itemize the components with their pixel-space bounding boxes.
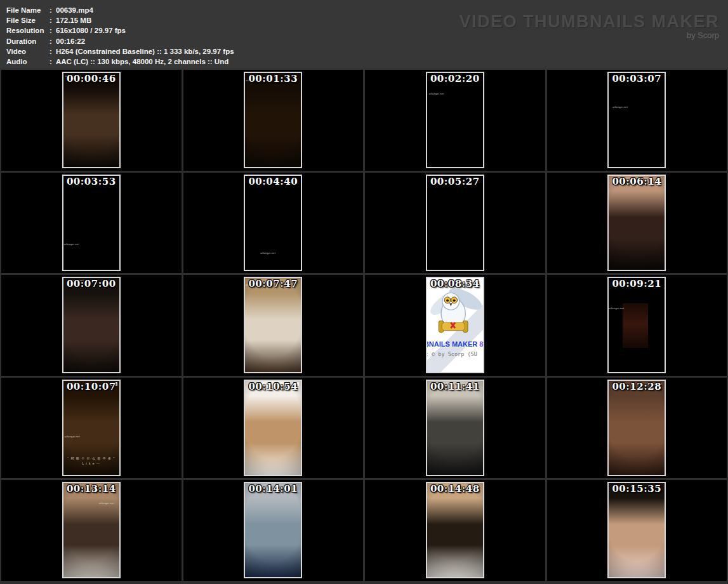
logo-copyright-text: ht © by Scorp (SU bbox=[426, 351, 477, 357]
thumbnail-cell[interactable]: MBNAILS MAKER 8 ht © by Scorp (SU 00:05:… bbox=[365, 173, 545, 274]
timestamp-label: 00:03:53 bbox=[1, 176, 182, 187]
metadata-label: Audio bbox=[6, 56, 50, 67]
timestamp-label: 00:06:14 bbox=[547, 176, 727, 187]
thumbnail-image: MBNAILS MAKER 8 ht © by Scorp (SU bbox=[426, 277, 484, 373]
thumbnail-cell[interactable]: MBNAILS MAKER 8 ht © by Scorp (SU 00:14:… bbox=[365, 480, 545, 581]
thumbnail-image: MBNAILS MAKER 8 ht © by Scorp (SU bbox=[244, 380, 302, 476]
timestamp-label: 00:11:41 bbox=[365, 381, 545, 392]
vtm-splash-logo: MBNAILS MAKER 8 ht © by Scorp (SU bbox=[427, 278, 483, 372]
metadata-label: Resolution bbox=[6, 25, 50, 36]
brand-title: VIDEO THUMBNAILS MAKER bbox=[460, 13, 720, 30]
metadata-label: File Name bbox=[6, 5, 50, 15]
timestamp-label: 00:02:20 bbox=[365, 73, 545, 84]
metadata-colon: : bbox=[50, 15, 56, 25]
thumbnail-image: aifangzi.net bbox=[607, 380, 666, 476]
metadata-value: AAC (LC) :: 130 kbps, 48000 Hz, 2 channe… bbox=[56, 56, 228, 67]
thumbnail-image: MBNAILS MAKER 8 ht © by Scorp (SU bbox=[607, 175, 666, 271]
watermark-text: aifangzi.net bbox=[260, 252, 275, 255]
thumbnail-cell[interactable]: aifangzi.net bbox=[547, 378, 727, 479]
thumbnail-image: MBNAILS MAKER 8 ht © by Scorp (SU bbox=[426, 175, 484, 271]
thumbnail-image: aifangzi.net bbox=[607, 277, 666, 373]
metadata-colon: : bbox=[50, 25, 56, 36]
metadata-row: Audio : AAC (LC) :: 130 kbps, 48000 Hz, … bbox=[6, 56, 722, 67]
timestamp-label: 00:04:40 bbox=[183, 176, 364, 187]
vtm-contact-sheet: File Name : 00639.mp4 File Size : 172.15… bbox=[0, 0, 728, 584]
thumbnail-cell[interactable]: aifangzi.net bbox=[1, 173, 182, 274]
thumbnail-cell[interactable]: aifangzi.net bbox=[365, 70, 545, 171]
timestamp-label: 00:08:34 bbox=[365, 278, 545, 289]
metadata-colon: : bbox=[50, 36, 56, 46]
thumbnail-cell[interactable]: aifangzi.net bbox=[1, 70, 182, 171]
metadata-header: File Name : 00639.mp4 File Size : 172.15… bbox=[0, 0, 728, 69]
thumbnail-cell[interactable]: MBNAILS MAKER 8 ht © by Scorp (SU 00:15:… bbox=[547, 480, 727, 581]
timestamp-label: 00:03:07 bbox=[547, 73, 727, 84]
metadata-colon: : bbox=[50, 56, 56, 67]
owl-with-scroll-icon bbox=[427, 284, 483, 339]
watermark-text: aifangzi.net bbox=[65, 435, 80, 438]
photo-patch bbox=[623, 303, 648, 348]
thumbnail-cell[interactable]: MBNAILS MAKER 8 ht © by Scorp (SU 00:06:… bbox=[547, 173, 727, 274]
thumbnail-cell[interactable]: aifangzi.net bbox=[1, 275, 182, 376]
thumbnail-cell[interactable]: aifangzi.net bbox=[547, 70, 727, 171]
metadata-label: Duration bbox=[6, 36, 50, 46]
metadata-row: Video : H264 (Constrained Baseline) :: 1… bbox=[6, 46, 722, 56]
watermark-text: aifangzi.net bbox=[99, 502, 114, 505]
watermark-text: aifangzi.net bbox=[64, 243, 79, 246]
metadata-value: 00639.mp4 bbox=[56, 5, 93, 15]
thumbnail-image: MBNAILS MAKER 8 ht © by Scorp (SU bbox=[426, 482, 484, 578]
timestamp-label: 00:12:28 bbox=[547, 381, 727, 392]
thumbnail-cell[interactable]: MBNAILS MAKER 8 ht © by Scorp (SU 00:11:… bbox=[365, 378, 545, 479]
thumbnail-image: aifangzi.net bbox=[607, 72, 666, 168]
thumbnail-image: aifangzi.net bbox=[62, 277, 121, 373]
metadata-label: Video bbox=[6, 46, 50, 56]
thumbnail-image: aifangzi.net bbox=[244, 175, 302, 271]
thumbnail-cell[interactable]: MBNAILS MAKER 8 ht © by Scorp (SU 00:08:… bbox=[365, 275, 545, 376]
timestamp-label: 00:09:21 bbox=[547, 278, 727, 289]
thumbnail-image: aifangzi.net bbox=[426, 72, 484, 168]
metadata-colon: : bbox=[50, 5, 56, 15]
metadata-value: 00:16:22 bbox=[56, 36, 85, 46]
timestamp-label: 00:14:48 bbox=[365, 483, 545, 494]
thumbnail-image: aifangzi.net bbox=[62, 175, 121, 271]
timestamp-label: 00:00:46 bbox=[1, 73, 182, 84]
metadata-value: 172.15 MB bbox=[56, 15, 91, 25]
timestamp-label: 00:07:00 bbox=[1, 278, 182, 289]
metadata-colon: : bbox=[50, 46, 56, 56]
thumbnail-image: aifangzi.net bbox=[244, 72, 302, 168]
thumbnail-cell[interactable]: aifangzi.net bbox=[183, 173, 364, 274]
thumbnail-cell[interactable]: aifangzi.net “ 和 那 个 什 么 差 不 多 ”L i k e … bbox=[1, 378, 182, 479]
metadata-label: File Size bbox=[6, 15, 50, 25]
caption-text: “ 和 那 个 什 么 差 不 多 ”L i k e 一 bbox=[63, 456, 119, 466]
timestamp-label: 00:13:14 bbox=[1, 483, 182, 494]
metadata-value: H264 (Constrained Baseline) :: 1 333 kb/… bbox=[56, 46, 234, 56]
timestamp-label: 00:01:33 bbox=[183, 73, 364, 84]
timestamp-label: 00:10:07 bbox=[1, 381, 182, 392]
thumbnail-grid: aifangzi.net bbox=[0, 69, 728, 584]
timestamp-label: 00:14:01 bbox=[183, 483, 364, 494]
thumbnail-cell[interactable]: aifangzi.net bbox=[547, 275, 727, 376]
thumbnail-image: aifangzi.net bbox=[62, 482, 121, 578]
timestamp-label: 00:05:27 bbox=[365, 176, 545, 187]
thumbnail-image: MBNAILS MAKER 8 ht © by Scorp (SU bbox=[426, 380, 484, 476]
thumbnail-cell[interactable]: MBNAILS MAKER 8 ht © by Scorp (SU 00:10:… bbox=[183, 378, 364, 479]
thumbnail-image: MBNAILS MAKER 8 ht © by Scorp (SU bbox=[244, 482, 302, 578]
logo-title-text: MBNAILS MAKER 8 bbox=[426, 340, 484, 348]
thumbnail-cell[interactable]: aifangzi.net bbox=[183, 275, 364, 376]
thumbnail-cell[interactable]: aifangzi.net bbox=[1, 480, 182, 581]
thumbnail-cell[interactable]: MBNAILS MAKER 8 ht © by Scorp (SU 00:14:… bbox=[183, 480, 364, 581]
timestamp-label: 00:10:54 bbox=[183, 381, 364, 392]
timestamp-label: 00:15:35 bbox=[547, 483, 727, 494]
thumbnail-image: aifangzi.net bbox=[62, 72, 121, 168]
thumbnail-image: aifangzi.net bbox=[244, 277, 302, 373]
brand-subtitle: by Scorp bbox=[460, 30, 720, 40]
watermark-text: aifangzi.net bbox=[609, 307, 624, 310]
timestamp-label: 00:07:47 bbox=[183, 278, 364, 289]
vtm-brand: VIDEO THUMBNAILS MAKER by Scorp bbox=[460, 13, 720, 40]
thumbnail-image: MBNAILS MAKER 8 ht © by Scorp (SU bbox=[607, 482, 666, 578]
thumbnail-image: aifangzi.net “ 和 那 个 什 么 差 不 多 ”L i k e … bbox=[62, 380, 121, 476]
watermark-text: aifangzi.net bbox=[429, 93, 444, 95]
metadata-value: 616x1080 / 29.97 fps bbox=[56, 25, 126, 36]
watermark-text: aifangzi.net bbox=[612, 106, 628, 109]
thumbnail-cell[interactable]: aifangzi.net bbox=[183, 70, 364, 171]
